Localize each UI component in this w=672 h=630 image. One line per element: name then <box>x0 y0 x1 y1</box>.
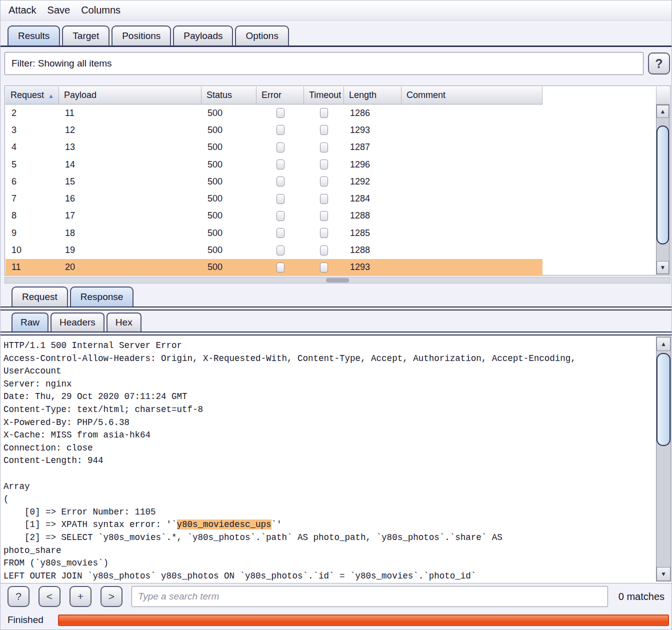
response-line-text: UserAccount <box>4 366 62 376</box>
response-line: photo_share <box>4 544 652 558</box>
cell-length: 1284 <box>344 194 402 204</box>
filter-text: Filter: Showing all items <box>12 58 112 69</box>
response-line-text: Content-Length: 944 <box>4 456 104 466</box>
cell-timeout <box>304 176 344 186</box>
cell-error <box>256 142 304 152</box>
menu-item-columns[interactable]: Columns <box>81 4 120 16</box>
error-checkbox <box>276 160 284 170</box>
table-row[interactable]: 2 11 500 1286 <box>6 104 542 122</box>
tab-raw[interactable]: Raw <box>12 312 48 332</box>
column-header-status[interactable]: Status <box>202 86 256 104</box>
scrollbar-thumb[interactable] <box>656 126 669 244</box>
search-input[interactable] <box>132 586 608 607</box>
tab-response[interactable]: Response <box>70 286 134 306</box>
table-row[interactable]: 4 13 500 1287 <box>6 139 542 156</box>
cell-status: 500 <box>202 262 256 272</box>
scroll-up-icon[interactable]: ▲ <box>656 105 669 118</box>
cell-payload: 19 <box>59 245 202 256</box>
tab-positions[interactable]: Positions <box>112 26 171 46</box>
tab-hex[interactable]: Hex <box>106 312 142 332</box>
column-header-payload[interactable]: Payload <box>59 86 202 104</box>
error-checkbox <box>276 262 284 272</box>
scroll-up-icon[interactable]: ▲ <box>656 337 670 351</box>
cell-request: 7 <box>6 194 59 204</box>
progress-bar <box>58 614 669 626</box>
cell-request: 2 <box>6 108 59 118</box>
tab-target[interactable]: Target <box>62 26 110 46</box>
column-header-request[interactable]: Request▲ <box>6 86 59 104</box>
table-row[interactable]: 8 17 500 1288 <box>6 208 542 224</box>
column-header-error[interactable]: Error <box>256 86 304 104</box>
scrollbar-thumb[interactable] <box>656 353 670 446</box>
response-line-text: Access-Control-Allow-Headers: Origin, X-… <box>4 354 576 364</box>
search-help-button[interactable]: ? <box>8 586 30 607</box>
cell-payload: 13 <box>59 142 202 152</box>
cell-timeout <box>304 211 344 221</box>
tab-headers[interactable]: Headers <box>50 312 104 332</box>
response-line: Access-Control-Allow-Headers: Origin, X-… <box>4 352 652 366</box>
cell-request: 5 <box>6 160 59 170</box>
response-vertical-scrollbar[interactable]: ▲ ▼ <box>656 336 671 582</box>
error-checkbox <box>276 125 284 135</box>
tab-payloads[interactable]: Payloads <box>173 26 233 46</box>
response-line: FROM (`y80s_movies`) <box>4 557 652 570</box>
cell-request: 9 <box>6 228 59 238</box>
response-line-text: FROM (`y80s_movies`) <box>4 558 108 568</box>
cell-status: 500 <box>202 108 256 118</box>
results-table: Request▲ Payload Status Error Timeout Le… <box>4 86 670 276</box>
cell-timeout <box>304 142 344 152</box>
response-line-text: `' <box>272 520 282 530</box>
table-row[interactable]: 3 12 500 1293 <box>6 122 542 138</box>
response-line: LEFT OUTER JOIN `y80s_photos` y80s_photo… <box>4 570 652 583</box>
search-options-button[interactable]: + <box>70 586 92 607</box>
search-next-button[interactable]: > <box>100 586 122 607</box>
error-checkbox <box>276 142 284 152</box>
scrollbar-thumb[interactable] <box>326 278 349 282</box>
response-line: X-Cache: MISS from asia-hk64 <box>4 429 652 442</box>
timeout-checkbox <box>320 211 328 221</box>
search-prev-button[interactable]: < <box>38 586 60 607</box>
response-line: Content-Type: text/html; charset=utf-8 <box>4 404 652 416</box>
scroll-down-icon[interactable]: ▼ <box>656 261 669 274</box>
table-row[interactable]: 7 16 500 1284 <box>6 190 542 207</box>
table-vertical-scrollbar[interactable]: ▲ ▼ <box>656 104 670 274</box>
tab-request[interactable]: Request <box>12 286 68 306</box>
cell-payload: 18 <box>59 228 202 238</box>
menu-item-save[interactable]: Save <box>48 4 70 16</box>
timeout-checkbox <box>320 228 328 238</box>
cell-error <box>256 246 304 256</box>
cell-status: 500 <box>202 228 256 238</box>
table-row[interactable]: 10 19 500 1288 <box>6 242 542 258</box>
scroll-down-icon[interactable]: ▼ <box>656 567 670 581</box>
table-horizontal-scrollbar[interactable] <box>4 277 670 284</box>
menu-item-attack[interactable]: Attack <box>8 4 36 16</box>
response-line-text: Date: Thu, 29 Oct 2020 07:11:24 GMT <box>4 392 188 402</box>
table-row[interactable]: 6 15 500 1292 <box>6 173 542 190</box>
timeout-checkbox <box>320 125 328 135</box>
scroll-corner <box>656 86 670 104</box>
tab-results[interactable]: Results <box>8 26 60 46</box>
cell-timeout <box>304 262 344 272</box>
status-text: Finished <box>8 614 44 626</box>
table-row[interactable]: 5 14 500 1296 <box>6 156 542 173</box>
view-tab-bar: RawHeadersHex <box>4 312 144 332</box>
column-header-comment[interactable]: Comment <box>402 86 542 104</box>
table-row[interactable]: 9 18 500 1285 <box>6 224 542 242</box>
filter-bar[interactable]: Filter: Showing all items <box>4 52 644 75</box>
highlighted-text: y80s_moviedesc_ups <box>177 520 272 530</box>
response-viewer[interactable]: HTTP/1.1 500 Internal Server ErrorAccess… <box>0 336 672 584</box>
cell-error <box>256 125 304 135</box>
cell-length: 1287 <box>344 142 402 152</box>
divider <box>0 332 672 336</box>
tab-options[interactable]: Options <box>235 26 288 46</box>
response-line: Connection: close <box>4 442 652 455</box>
results-table-header: Request▲ Payload Status Error Timeout Le… <box>6 86 542 104</box>
column-header-length[interactable]: Length <box>344 86 402 104</box>
column-header-timeout[interactable]: Timeout <box>304 86 344 104</box>
response-line-text: HTTP/1.1 500 Internal Server Error <box>4 340 182 350</box>
cell-status: 500 <box>202 160 256 170</box>
table-row[interactable]: 11 20 500 1293 <box>6 259 542 276</box>
response-line-text: [0] => Error Number: 1105 <box>4 507 156 517</box>
cell-status: 500 <box>202 210 256 221</box>
filter-help-button[interactable]: ? <box>648 52 670 74</box>
